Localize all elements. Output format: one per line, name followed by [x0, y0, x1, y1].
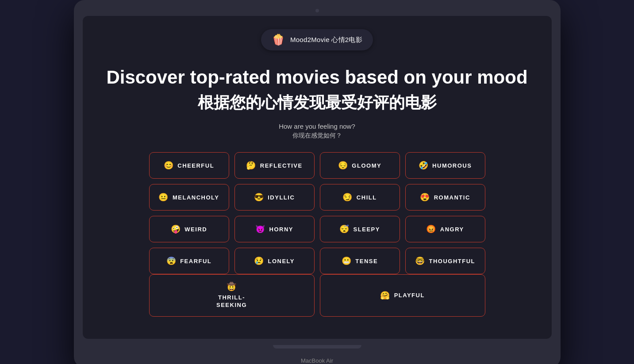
mood-label: CHEERFUL	[177, 162, 214, 169]
mood-emoji: 😐	[158, 192, 169, 202]
mood-emoji: 😬	[342, 256, 352, 266]
laptop-container: 🍿 Mood2Movie 心情2电影 Discover top-rated mo…	[74, 0, 561, 364]
mood-label: THOUGHTFUL	[429, 258, 475, 264]
mood-button-idyllic[interactable]: 😎IDYLLIC	[234, 184, 315, 211]
question-zh: 你现在感觉如何？	[292, 132, 342, 140]
laptop-screen: 🍿 Mood2Movie 心情2电影 Discover top-rated mo…	[83, 16, 552, 339]
app-title: Mood2Movie 心情2电影	[290, 36, 362, 44]
question-en: How are you feeling now?	[279, 123, 355, 130]
mood-button-horny[interactable]: 😈HORNY	[234, 216, 315, 242]
mood-button-gloomy[interactable]: 😔GLOOMY	[320, 152, 400, 179]
mood-label: ROMANTIC	[434, 194, 470, 201]
mood-button-weird[interactable]: 🤪WEIRD	[149, 216, 229, 242]
mood-button-melancholy[interactable]: 😐MELANCHOLY	[149, 184, 229, 211]
mood-label: FEARFUL	[180, 258, 211, 264]
mood-label: CHILL	[357, 194, 377, 201]
mood-label: MELANCHOLY	[173, 194, 219, 201]
hero-title-en: Discover top-rated movies based on your …	[106, 66, 527, 88]
mood-button-romantic[interactable]: 😍ROMANTIC	[405, 184, 485, 211]
mood-button-cheerful[interactable]: 😊CHEERFUL	[149, 152, 229, 179]
mood-emoji: 🤪	[171, 224, 181, 234]
mood-button-tense[interactable]: 😬TENSE	[320, 248, 400, 274]
laptop-base	[83, 341, 552, 353]
macbook-label: MacBook Air	[83, 357, 552, 364]
mood-label: LONELY	[268, 258, 295, 264]
mood-emoji: 😨	[166, 256, 177, 266]
nav-bar: 🍿 Mood2Movie 心情2电影	[261, 29, 373, 50]
mood-emoji: 🤗	[380, 291, 391, 300]
mood-label: REFLECTIVE	[260, 162, 303, 169]
mood-emoji: 🤔	[246, 161, 257, 170]
mood-label: TENSE	[355, 258, 378, 264]
webcam	[315, 9, 319, 12]
mood-button-fearful[interactable]: 😨FEARFUL	[149, 248, 229, 274]
mood-emoji: 😴	[339, 224, 350, 234]
mood-label: GLOOMY	[352, 162, 381, 169]
mood-button-thoughtful[interactable]: 🤓THOUGHTFUL	[405, 248, 485, 274]
mood-label: IDYLLIC	[268, 194, 295, 201]
mood-grid-last-row: 🤠THRILL- SEEKING🤗PLAYFUL	[149, 274, 485, 316]
mood-emoji: 🤣	[419, 161, 429, 170]
mood-button-reflective[interactable]: 🤔REFLECTIVE	[234, 152, 315, 179]
mood-button-chill[interactable]: 😏CHILL	[320, 184, 400, 211]
mood-label: SLEEPY	[354, 226, 380, 233]
mood-label: HORNY	[269, 226, 293, 233]
mood-emoji: 🤠	[227, 282, 237, 292]
mood-label: THRILL- SEEKING	[216, 294, 247, 309]
mood-button-lonely[interactable]: 😢LONELY	[234, 248, 315, 274]
mood-grid: 😊CHEERFUL🤔REFLECTIVE😔GLOOMY🤣HUMOROUS😐MEL…	[149, 152, 485, 274]
mood-button-humorous[interactable]: 🤣HUMOROUS	[405, 152, 485, 179]
mood-emoji: 😔	[338, 161, 349, 170]
screen-content: 🍿 Mood2Movie 心情2电影 Discover top-rated mo…	[83, 16, 552, 339]
hero-title-zh: 根据您的心情发现最受好评的电影	[198, 92, 437, 114]
mood-emoji: 😢	[254, 256, 265, 266]
mood-emoji: 😏	[342, 192, 353, 202]
laptop-foot	[273, 345, 361, 349]
app-logo: 🍿	[272, 34, 285, 46]
mood-emoji: 😡	[426, 224, 437, 234]
laptop-body: 🍿 Mood2Movie 心情2电影 Discover top-rated mo…	[74, 0, 561, 364]
mood-emoji: 😈	[255, 224, 266, 234]
mood-button-angry[interactable]: 😡ANGRY	[405, 216, 485, 242]
mood-label: HUMOROUS	[432, 162, 472, 169]
mood-label: WEIRD	[184, 226, 207, 233]
mood-button-sleepy[interactable]: 😴SLEEPY	[320, 216, 400, 242]
mood-emoji: 😎	[254, 192, 265, 202]
mood-button-playful[interactable]: 🤗PLAYFUL	[320, 274, 485, 316]
mood-emoji: 🤓	[415, 256, 426, 266]
mood-label: ANGRY	[440, 226, 464, 233]
mood-emoji: 😊	[164, 161, 174, 170]
mood-label: PLAYFUL	[394, 292, 425, 299]
mood-emoji: 😍	[420, 192, 430, 202]
mood-button-thrill-seeking[interactable]: 🤠THRILL- SEEKING	[149, 274, 315, 316]
